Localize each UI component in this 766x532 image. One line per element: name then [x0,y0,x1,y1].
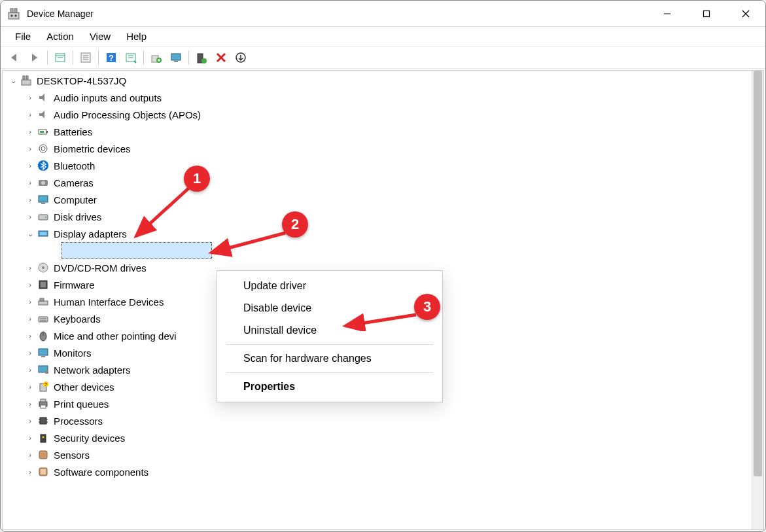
tree-item[interactable]: ›Bluetooth [3,157,752,174]
menu-help[interactable]: Help [118,28,154,44]
chevron-right-icon[interactable]: › [24,264,37,272]
callout-1: 1 [184,166,210,192]
titlebar: Device Manager [1,1,765,27]
menu-disable-device[interactable]: Disable device [217,297,442,319]
svg-rect-54 [39,349,48,355]
menu-properties[interactable]: Properties [217,376,442,398]
help-button[interactable]: ? [102,48,120,67]
menu-view[interactable]: View [82,28,118,44]
back-button[interactable] [6,48,24,67]
menu-action[interactable]: Action [39,28,82,44]
svg-rect-21 [171,54,181,60]
menu-file[interactable]: File [7,28,39,44]
menu-update-driver[interactable]: Update driver [217,275,442,297]
toolbar-separator [47,50,48,65]
svg-rect-42 [40,232,46,235]
tree-item[interactable]: ›Cameras [3,174,752,191]
chevron-right-icon[interactable]: › [24,383,37,391]
callout-2: 2 [282,211,308,238]
chevron-right-icon[interactable]: › [24,451,37,459]
update-driver-button[interactable] [147,48,165,67]
tree-item[interactable]: ›Biometric devices [3,140,752,157]
tree-item[interactable]: ›Disk drives [3,208,752,225]
tree-item-label: Keyboards [54,313,101,325]
chevron-right-icon[interactable]: › [24,349,37,357]
dvd-icon [37,261,50,274]
menu-scan-hardware[interactable]: Scan for hardware changes [217,347,442,370]
maximize-button[interactable] [687,1,726,27]
chevron-right-icon[interactable]: › [24,111,37,118]
monitor-button[interactable] [167,48,185,67]
tree-item-label: Display adapters [54,228,127,239]
svg-rect-48 [40,298,44,301]
device-manager-window: Device Manager File Action View Help ? [0,0,766,532]
disk-icon [37,210,50,223]
security-icon [37,431,50,444]
svg-rect-73 [41,469,46,474]
chevron-right-icon[interactable]: › [24,417,37,425]
tree-item[interactable]: ›Audio Processing Objects (APOs) [3,106,752,123]
vertical-scrollbar[interactable] [752,71,763,529]
tree-item[interactable]: ›Batteries [3,123,752,140]
chevron-right-icon[interactable]: › [24,298,37,306]
tree-item[interactable]: ›Audio inputs and outputs [3,89,752,106]
tree-item-label: Human Interface Devices [54,296,164,308]
svg-rect-69 [41,434,46,442]
chevron-right-icon[interactable]: › [24,162,37,169]
svg-point-3 [11,14,13,16]
tree-item[interactable]: ›Security devices [3,429,752,446]
forward-button[interactable] [26,48,44,67]
computer-icon [20,74,33,87]
chevron-right-icon[interactable]: › [24,213,37,221]
close-button[interactable] [726,1,765,27]
chevron-right-icon[interactable]: › [24,366,37,374]
chevron-right-icon[interactable]: › [24,281,37,289]
tree-item-label: Audio inputs and outputs [54,92,162,103]
uninstall-button[interactable] [232,48,250,67]
disable-button[interactable] [212,48,230,67]
scrollbar-thumb[interactable] [754,71,762,476]
svg-point-24 [201,58,207,63]
svg-rect-49 [39,317,48,322]
scan-button[interactable] [122,48,140,67]
svg-rect-2 [14,9,17,12]
svg-rect-0 [9,12,19,19]
svg-point-33 [41,147,45,151]
chevron-down-icon[interactable]: ⌄ [7,77,20,85]
chevron-right-icon[interactable]: › [24,196,37,204]
chevron-right-icon[interactable]: › [24,332,37,340]
toolbar-separator [73,50,73,65]
svg-rect-1 [10,9,13,12]
tree-item-label: Bluetooth [54,160,95,171]
svg-rect-71 [39,451,47,459]
toolbar: ? [1,46,765,69]
tree-item-label: Disk drives [54,211,101,222]
tree-item-display-adapters[interactable]: ⌄Display adapters [3,225,752,242]
mouse-icon [37,329,50,342]
selected-device[interactable] [61,242,212,259]
tree-item[interactable]: ›Sensors [3,446,752,463]
svg-rect-22 [174,61,178,62]
chevron-right-icon[interactable]: › [24,94,37,101]
chevron-down-icon[interactable]: ⌄ [24,230,37,238]
tree-item-selected[interactable] [3,242,752,259]
tree-root[interactable]: ⌄ DESKTOP-4L537JQ [3,72,752,89]
chevron-right-icon[interactable]: › [24,434,37,442]
enable-button[interactable] [192,48,211,67]
chevron-right-icon[interactable]: › [24,179,37,186]
minimize-button[interactable] [648,1,687,27]
chevron-right-icon[interactable]: › [24,145,37,152]
tree-item[interactable]: ›Computer [3,191,752,208]
chevron-right-icon[interactable]: › [24,315,37,323]
chevron-right-icon[interactable]: › [24,468,37,476]
show-hidden-button[interactable] [51,48,69,67]
tree-item[interactable]: ›Software components [3,463,752,480]
menu-uninstall-device[interactable]: Uninstall device [217,319,442,342]
properties-button[interactable] [77,48,95,67]
tree-item[interactable]: ›Processors [3,412,752,429]
chevron-right-icon[interactable]: › [24,128,37,135]
svg-point-32 [39,145,47,152]
chevron-right-icon[interactable]: › [24,400,37,408]
camera-icon [37,176,50,189]
fingerprint-icon [37,142,50,155]
